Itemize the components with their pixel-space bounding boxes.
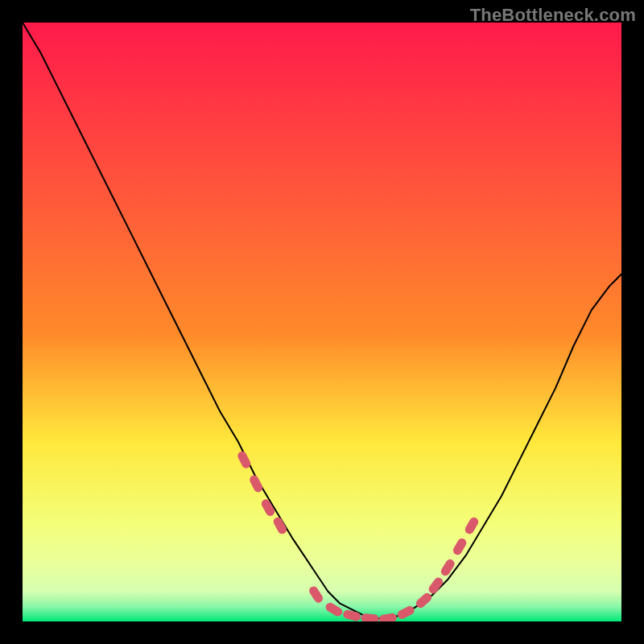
chart-frame: TheBottleneck.com xyxy=(0,0,644,644)
bottleneck-chart xyxy=(23,23,621,621)
gradient-background xyxy=(23,23,621,621)
plot-area xyxy=(23,23,621,621)
